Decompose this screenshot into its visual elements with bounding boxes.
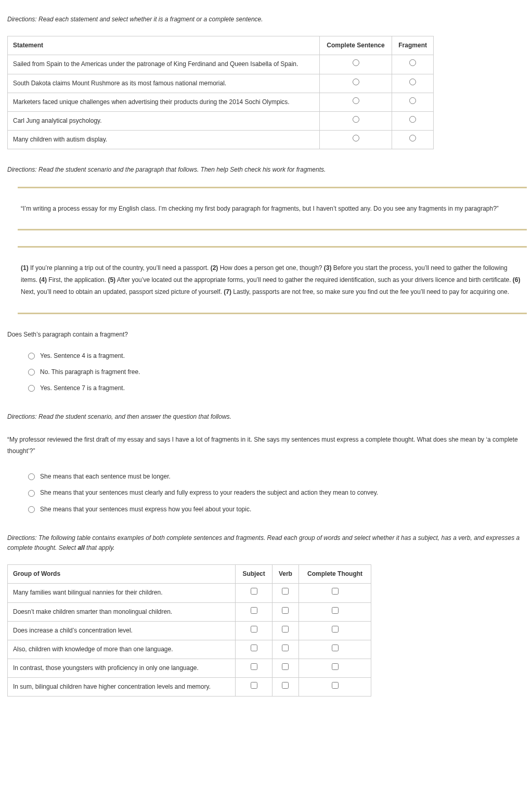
divider <box>18 246 527 248</box>
th-statement: Statement <box>8 36 320 55</box>
group-cell: Many families want bilingual nannies for… <box>8 584 236 602</box>
checkbox-thought[interactable] <box>332 682 339 689</box>
sent-5: After you’ve located out the appropriate… <box>115 276 513 283</box>
option-label: She means that your sentences must clear… <box>40 488 378 498</box>
seth-paragraph: (1) If you’re planning a trip out of the… <box>18 255 527 305</box>
statement-cell: Sailed from Spain to the Americas under … <box>8 55 320 74</box>
divider <box>18 187 527 188</box>
table-row: Sailed from Spain to the Americas under … <box>8 55 434 74</box>
sent-4: First, the application. <box>47 276 108 283</box>
table-row: Carl Jung analytical psychology. <box>8 111 434 130</box>
checkbox-thought[interactable] <box>332 663 339 670</box>
option-item: She means that your sentences must expre… <box>28 501 527 518</box>
radio-option[interactable] <box>28 490 35 497</box>
scenario-quote-1: “I’m writing a process essay for my Engl… <box>18 196 527 222</box>
group-cell: Doesn’t make children smarter than monol… <box>8 602 236 621</box>
options-list-2: Yes. Sentence 4 is a fragment.No. This p… <box>28 348 527 397</box>
radio-fragment[interactable] <box>409 97 416 104</box>
checkbox-verb[interactable] <box>282 626 289 633</box>
table-row: In contrast, those youngsters with profi… <box>8 659 371 678</box>
radio-complete[interactable] <box>353 59 359 66</box>
divider <box>18 229 527 230</box>
table-row: South Dakota claims Mount Rushmore as it… <box>8 74 434 93</box>
dir4-bold: all <box>77 544 84 551</box>
checkbox-thought[interactable] <box>332 626 339 633</box>
checkbox-subject[interactable] <box>251 607 257 614</box>
option-item: Yes. Sentence 7 is a fragment. <box>28 380 527 396</box>
num-3: (3) <box>324 264 332 272</box>
group-cell: In contrast, those youngsters with profi… <box>8 659 236 678</box>
table-row: In sum, bilingual children have higher c… <box>8 678 371 697</box>
num-5: (5) <box>108 276 115 283</box>
th-fragment: Fragment <box>392 36 434 55</box>
options-list-3: She means that each sentence must be lon… <box>28 469 527 518</box>
checkbox-subject[interactable] <box>251 588 257 595</box>
statement-cell: Marketers faced unique challenges when a… <box>8 93 320 111</box>
th-group: Group of Words <box>8 565 236 584</box>
dir4-post: that apply. <box>85 544 115 551</box>
checkbox-thought[interactable] <box>332 588 339 595</box>
option-label: She means that each sentence must be lon… <box>40 472 171 482</box>
radio-complete[interactable] <box>353 116 359 123</box>
group-cell: In sum, bilingual children have higher c… <box>8 678 236 697</box>
checkbox-verb[interactable] <box>282 663 289 670</box>
table-row: Doesn’t make children smarter than monol… <box>8 602 371 621</box>
radio-complete[interactable] <box>353 97 359 104</box>
option-item: She means that each sentence must be lon… <box>28 469 527 485</box>
radio-fragment[interactable] <box>409 59 416 66</box>
radio-option[interactable] <box>28 353 35 359</box>
radio-fragment[interactable] <box>409 79 416 85</box>
option-item: She means that your sentences must clear… <box>28 485 527 501</box>
statement-cell: Carl Jung analytical psychology. <box>8 111 320 130</box>
question-seth: Does Seth’s paragraph contain a fragment… <box>7 330 527 340</box>
num-6: (6) <box>513 276 521 283</box>
statement-cell: South Dakota claims Mount Rushmore as it… <box>8 74 320 93</box>
group-words-table: Group of Words Subject Verb Complete Tho… <box>7 564 371 697</box>
scenario-block-1: “I’m writing a process essay for my Engl… <box>18 187 527 231</box>
group-cell: Does increase a child’s concentration le… <box>8 621 236 640</box>
radio-option[interactable] <box>28 369 35 376</box>
checkbox-verb[interactable] <box>282 682 289 689</box>
directions-4: Directions: The following table contains… <box>7 533 527 553</box>
sent-6: Next, you’ll need to obtain an updated, … <box>21 288 224 295</box>
th-subject: Subject <box>236 565 272 584</box>
th-verb: Verb <box>272 565 299 584</box>
th-thought: Complete Thought <box>299 565 371 584</box>
divider <box>18 313 527 314</box>
directions-3: Directions: Read the student scenario, a… <box>7 412 527 422</box>
checkbox-verb[interactable] <box>282 645 289 651</box>
radio-option[interactable] <box>28 506 35 513</box>
radio-option[interactable] <box>28 385 35 392</box>
sent-7: Lastly, passports are not free, so make … <box>231 288 509 295</box>
statement-cell: Many children with autism display. <box>8 131 320 149</box>
option-label: Yes. Sentence 7 is a fragment. <box>40 383 125 393</box>
checkbox-subject[interactable] <box>251 663 257 670</box>
num-2: (2) <box>211 264 218 272</box>
table-row: Also, children with knowledge of more th… <box>8 640 371 659</box>
table-row: Many families want bilingual nannies for… <box>8 584 371 602</box>
option-label: She means that your sentences must expre… <box>40 505 251 514</box>
checkbox-thought[interactable] <box>332 607 339 614</box>
checkbox-subject[interactable] <box>251 645 257 651</box>
radio-complete[interactable] <box>353 79 359 85</box>
radio-fragment[interactable] <box>409 116 416 123</box>
checkbox-thought[interactable] <box>332 645 339 651</box>
num-4: (4) <box>39 276 47 283</box>
checkbox-verb[interactable] <box>282 588 289 595</box>
statement-table: Statement Complete Sentence Fragment Sai… <box>7 36 434 149</box>
num-7: (7) <box>224 288 231 295</box>
checkbox-subject[interactable] <box>251 682 257 689</box>
radio-complete[interactable] <box>353 135 359 141</box>
checkbox-subject[interactable] <box>251 626 257 633</box>
radio-option[interactable] <box>28 473 35 480</box>
scenario-quote-2: “My professor reviewed the first draft o… <box>7 434 527 458</box>
radio-fragment[interactable] <box>409 135 416 141</box>
table-row: Marketers faced unique challenges when a… <box>8 93 434 111</box>
directions-1: Directions: Read each statement and sele… <box>7 15 527 24</box>
paragraph-block: (1) If you’re planning a trip out of the… <box>18 246 527 314</box>
num-1: (1) <box>21 264 29 272</box>
checkbox-verb[interactable] <box>282 607 289 614</box>
group-cell: Also, children with knowledge of more th… <box>8 640 236 659</box>
directions-2: Directions: Read the student scenario an… <box>7 165 527 175</box>
th-complete: Complete Sentence <box>319 36 392 55</box>
